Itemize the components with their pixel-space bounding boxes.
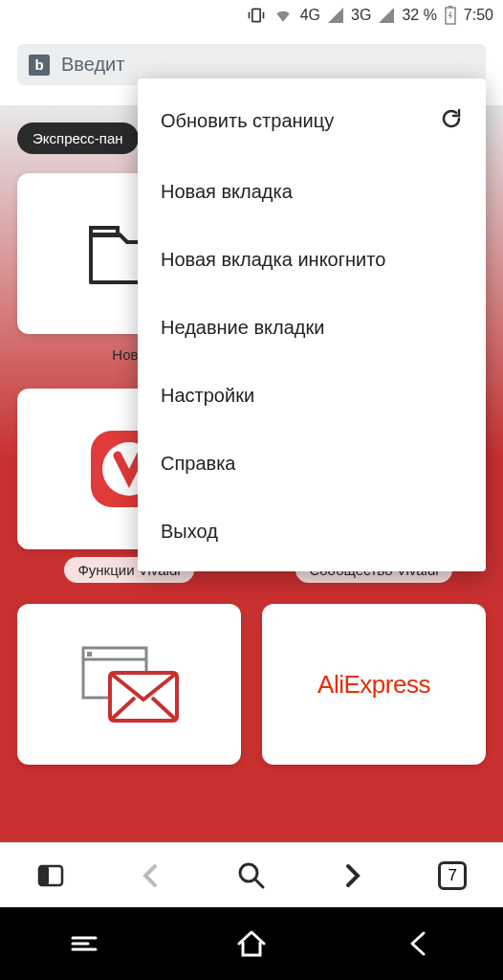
- network-3g: 3G: [351, 7, 371, 24]
- svg-rect-20: [87, 652, 92, 657]
- vibrate-icon: [247, 6, 266, 25]
- battery-icon: [445, 6, 456, 25]
- network-4g: 4G: [300, 7, 320, 24]
- tab-count: 7: [438, 861, 467, 890]
- back-button[interactable]: [128, 853, 174, 899]
- browser-toolbar: 7: [0, 842, 503, 907]
- refresh-icon: [440, 107, 463, 135]
- search-button[interactable]: [229, 853, 274, 899]
- status-bar: 4G 3G 32 % 7:50: [0, 0, 503, 31]
- menu-help[interactable]: Справка: [138, 430, 486, 498]
- menu-settings[interactable]: Настройки: [138, 362, 486, 430]
- svg-line-25: [255, 880, 263, 887]
- bing-icon: b: [29, 55, 50, 76]
- svg-rect-5: [91, 228, 118, 235]
- clock: 7:50: [464, 7, 493, 24]
- category-chip[interactable]: Экспресс-пан: [17, 122, 139, 154]
- menu-new-tab[interactable]: Новая вкладка: [138, 158, 486, 226]
- forward-button[interactable]: [329, 853, 375, 899]
- menu-recent-tabs[interactable]: Недавние вкладки: [138, 294, 486, 362]
- svg-rect-23: [39, 866, 49, 885]
- menu-refresh[interactable]: Обновить страницу: [138, 84, 486, 158]
- recent-apps-button[interactable]: [55, 915, 113, 972]
- tabs-button[interactable]: 7: [429, 853, 475, 899]
- aliexpress-logo: AliExpress: [317, 670, 430, 700]
- wifi-icon: [273, 6, 293, 25]
- mail-window-icon: [72, 636, 186, 732]
- menu-exit[interactable]: Выход: [138, 498, 486, 566]
- search-placeholder: Введит: [61, 54, 124, 76]
- svg-rect-4: [448, 6, 452, 8]
- system-back-button[interactable]: [390, 915, 448, 972]
- home-button[interactable]: [223, 915, 280, 972]
- tile-aliexpress[interactable]: AliExpress: [262, 604, 486, 765]
- menu-incognito-tab[interactable]: Новая вкладка инкогнито: [138, 226, 486, 294]
- signal-icon-1: [328, 8, 343, 23]
- tile-mail[interactable]: [17, 604, 241, 765]
- system-navigation: [0, 907, 503, 980]
- svg-rect-0: [252, 9, 260, 21]
- battery-label: 32 %: [402, 7, 436, 24]
- overflow-menu: Обновить страницу Новая вкладка Новая вк…: [138, 78, 486, 571]
- signal-icon-2: [379, 8, 394, 23]
- panel-toggle-button[interactable]: [28, 853, 74, 899]
